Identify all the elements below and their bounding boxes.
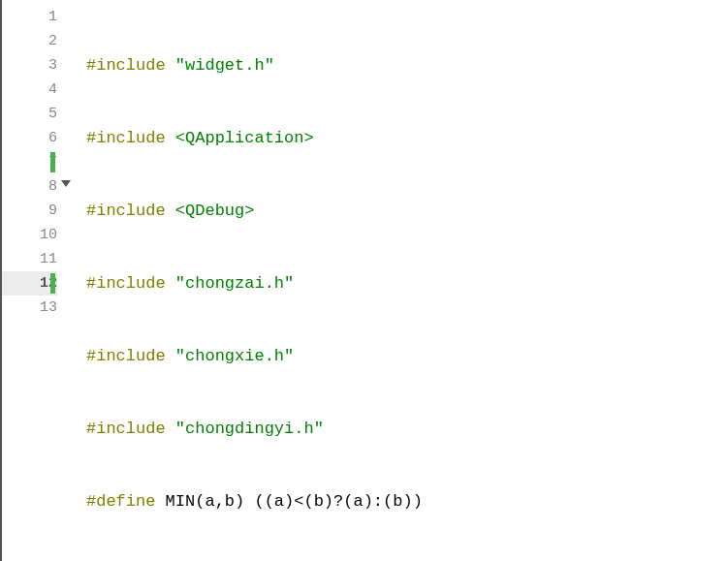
code-line[interactable]: #include "chongzai.h" [86, 271, 728, 296]
change-marker [50, 273, 55, 294]
line-number: 9 [2, 199, 57, 223]
line-number: 5 [2, 102, 57, 126]
line-number: 8 [2, 174, 57, 199]
code-editor[interactable]: 1 2 3 4 5 6 7 8 9 10 11 12 13 #include "… [0, 0, 728, 561]
fold-icon[interactable] [61, 180, 71, 187]
line-number: 13 [2, 296, 57, 320]
line-number-current: 12 [2, 271, 57, 296]
code-line[interactable]: #include "widget.h" [86, 53, 728, 78]
line-number: 11 [2, 247, 57, 271]
code-line[interactable]: #include <QApplication> [86, 126, 728, 150]
line-number: 3 [2, 53, 57, 78]
code-line[interactable]: #define MIN(a,b) ((a)<(b)?(a):(b)) [86, 489, 728, 514]
code-line[interactable]: #include "chongdingyi.h" [86, 417, 728, 441]
line-number: 6 [2, 126, 57, 150]
change-marker [50, 152, 55, 172]
line-number: 4 [2, 78, 57, 102]
code-line[interactable]: #include "chongxie.h" [86, 344, 728, 368]
line-number: 7 [2, 150, 57, 174]
line-gutter: 1 2 3 4 5 6 7 8 9 10 11 12 13 [2, 0, 75, 561]
line-number: 1 [2, 5, 57, 29]
code-area[interactable]: #include "widget.h" #include <QApplicati… [75, 0, 728, 561]
code-line[interactable]: #include <QDebug> [86, 199, 728, 223]
line-number: 10 [2, 223, 57, 247]
line-number: 2 [2, 29, 57, 53]
